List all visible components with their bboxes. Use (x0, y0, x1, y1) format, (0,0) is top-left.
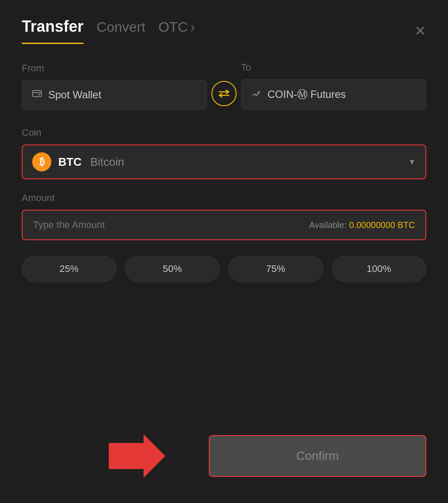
coin-selector[interactable]: ₿ BTC Bitcoin ▼ (22, 144, 426, 179)
pct-75-button[interactable]: 75% (228, 256, 323, 282)
available-balance: Available: 0.00000000 BTC (309, 220, 415, 230)
modal-header: Transfer Convert OTC › ✕ (22, 17, 426, 44)
coin-chevron-icon: ▼ (408, 158, 416, 167)
btc-icon: ₿ (32, 152, 51, 171)
to-wallet-selector[interactable]: COIN-Ⓜ Futures (241, 79, 426, 110)
to-wallet-label: COIN-Ⓜ Futures (267, 87, 346, 101)
transfer-modal: Transfer Convert OTC › ✕ From Spot Walle… (0, 0, 448, 503)
to-column: To COIN-Ⓜ Futures (241, 62, 426, 110)
svg-rect-1 (38, 94, 40, 95)
coin-full-name: Bitcoin (90, 155, 124, 169)
futures-icon (251, 88, 261, 101)
percentage-row: 25% 50% 75% 100% (22, 256, 426, 282)
confirm-section: Confirm (22, 435, 426, 477)
swap-button[interactable] (211, 81, 237, 106)
amount-label: Amount (22, 192, 426, 204)
available-value: 0.00000000 BTC (349, 220, 415, 230)
confirm-button[interactable]: Confirm (209, 435, 426, 477)
swap-wrapper (207, 81, 241, 110)
from-label: From (22, 63, 207, 74)
from-to-section: From Spot Wallet (22, 62, 426, 110)
red-arrow-icon (109, 434, 165, 478)
close-button[interactable]: ✕ (415, 24, 426, 38)
from-column: From Spot Wallet (22, 63, 207, 110)
svg-marker-2 (109, 434, 165, 478)
coin-ticker: BTC (58, 155, 81, 169)
header-divider (22, 44, 426, 44)
tab-convert[interactable]: Convert (97, 19, 145, 42)
coin-section: Coin ₿ BTC Bitcoin ▼ (22, 127, 426, 179)
arrow-wrapper (109, 434, 165, 478)
amount-input[interactable] (33, 219, 153, 231)
available-label: Available: (309, 220, 347, 230)
pct-100-button[interactable]: 100% (332, 256, 427, 282)
pct-50-button[interactable]: 50% (125, 256, 220, 282)
amount-section: Amount Available: 0.00000000 BTC (22, 192, 426, 240)
to-label: To (241, 62, 426, 73)
from-wallet-label: Spot Wallet (48, 89, 101, 101)
otc-chevron: › (191, 19, 195, 35)
tab-otc-label: OTC (158, 19, 188, 35)
amount-input-box: Available: 0.00000000 BTC (22, 210, 426, 240)
svg-rect-0 (33, 91, 41, 97)
tab-otc[interactable]: OTC › (158, 19, 195, 42)
wallet-icon (32, 88, 42, 101)
pct-25-button[interactable]: 25% (22, 256, 117, 282)
from-wallet-selector[interactable]: Spot Wallet (22, 80, 207, 110)
tab-transfer[interactable]: Transfer (22, 17, 84, 44)
coin-label: Coin (22, 127, 426, 138)
